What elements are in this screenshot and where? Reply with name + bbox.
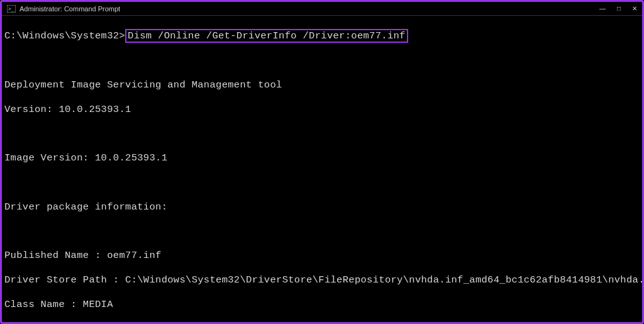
- svg-text:>_: >_: [8, 6, 14, 12]
- command-text: Dism /Online /Get-DriverInfo /Driver:oem…: [128, 30, 406, 42]
- maximize-button[interactable]: □: [617, 6, 621, 12]
- prompt-line: C:\Windows\System32>Dism /Online /Get-Dr…: [4, 30, 642, 42]
- minimize-button[interactable]: —: [599, 6, 606, 12]
- blank-line: [4, 55, 642, 67]
- window-controls: — □ ✕: [599, 6, 637, 12]
- cmd-icon: >_: [7, 4, 16, 13]
- output-line: Driver package information:: [4, 201, 642, 213]
- output-line: Driver Store Path : C:\Windows\System32\…: [4, 274, 642, 286]
- output-line: Class Name : MEDIA: [4, 299, 642, 311]
- window-title: Administrator: Command Prompt: [19, 5, 120, 13]
- title-bar: >_ Administrator: Command Prompt — □ ✕: [2, 2, 642, 16]
- output-line: Deployment Image Servicing and Managemen…: [4, 79, 642, 91]
- output-line: Version: 10.0.25393.1: [4, 104, 642, 116]
- blank-line: [4, 225, 642, 237]
- blank-line: [4, 177, 642, 189]
- output-line: Image Version: 10.0.25393.1: [4, 152, 642, 164]
- prompt: C:\Windows\System32>: [4, 30, 125, 42]
- command-highlight: Dism /Online /Get-DriverInfo /Driver:oem…: [125, 29, 408, 43]
- terminal-output[interactable]: C:\Windows\System32>Dism /Online /Get-Dr…: [2, 16, 642, 324]
- close-button[interactable]: ✕: [632, 6, 637, 12]
- blank-line: [4, 128, 642, 140]
- output-line: Published Name : oem77.inf: [4, 250, 642, 262]
- title-left: >_ Administrator: Command Prompt: [7, 4, 120, 13]
